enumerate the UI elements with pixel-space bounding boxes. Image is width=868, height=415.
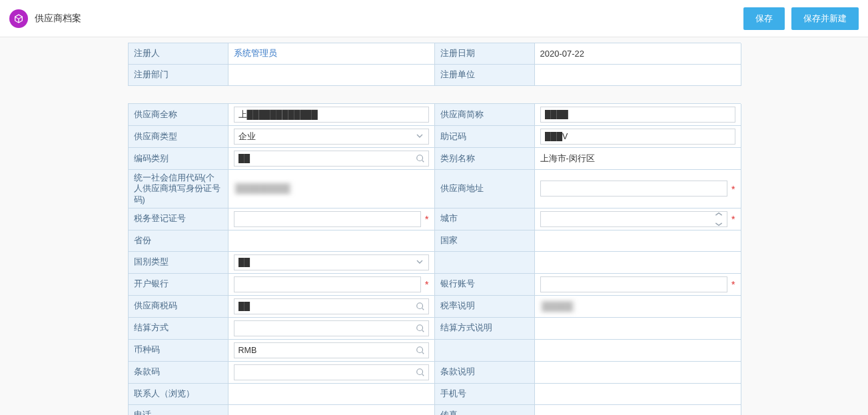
value-registrant: 系统管理员: [228, 43, 435, 65]
select-vendor-type[interactable]: 企业: [234, 129, 429, 145]
svg-point-4: [416, 369, 422, 375]
input-term-code[interactable]: [234, 364, 429, 380]
value-country: [535, 230, 741, 252]
label-registrant: 注册人: [129, 43, 228, 65]
label-full-name: 供应商全称: [129, 104, 228, 126]
info-row-registrant: 注册人 系统管理员 注册日期 2020-07-22: [129, 43, 740, 65]
value-settle-desc: [535, 318, 741, 340]
required-mark: *: [731, 278, 735, 290]
form-container: 注册人 系统管理员 注册日期 2020-07-22 注册部门 注册单位: [128, 43, 741, 86]
required-mark: *: [425, 278, 429, 290]
input-city[interactable]: [540, 211, 727, 227]
search-icon[interactable]: [414, 153, 426, 165]
input-short-name[interactable]: [540, 107, 735, 123]
input-bank-acct[interactable]: [540, 276, 727, 292]
text-category-name: 上海市-闵行区: [540, 153, 595, 165]
input-full-name[interactable]: [234, 107, 429, 123]
label-vendor-tax: 供应商税码: [129, 296, 228, 318]
label-register-unit: 注册单位: [435, 65, 535, 86]
svg-point-3: [416, 347, 422, 353]
save-and-new-button[interactable]: 保存并新建: [791, 7, 859, 30]
text-tax-desc: █████: [540, 300, 575, 312]
label-mobile: 手机号: [435, 384, 535, 405]
label-country-type: 国别类型: [129, 252, 228, 274]
value-register-unit: [535, 65, 741, 86]
expand-icon[interactable]: [713, 213, 725, 225]
label-blank: [435, 340, 535, 362]
input-address[interactable]: [540, 181, 727, 197]
label-tax-reg: 税务登记证号: [129, 208, 228, 230]
label-vendor-type: 供应商类型: [129, 126, 228, 148]
label-settle-method: 结算方式: [129, 318, 228, 340]
label-term-desc: 条款说明: [435, 362, 535, 384]
label-credit-code: 统一社会信用代码(个人供应商填写身份证号码): [129, 170, 228, 208]
required-mark: *: [731, 183, 735, 195]
page-title: 供应商档案: [35, 13, 81, 25]
search-icon[interactable]: [414, 366, 426, 378]
value-blank: [535, 340, 741, 362]
label-term-code: 条款码: [129, 362, 228, 384]
text-credit-code: █████████: [234, 183, 292, 195]
label-register-dept: 注册部门: [129, 65, 228, 86]
input-currency[interactable]: [234, 342, 429, 358]
value-register-date: 2020-07-22: [535, 43, 741, 65]
svg-point-2: [416, 325, 422, 331]
form-container-2: 供应商全称 供应商简称 供应商类型 企业: [128, 103, 741, 415]
label-blank: [435, 252, 535, 274]
label-fax: 传真: [435, 405, 535, 415]
input-bank[interactable]: [234, 276, 421, 292]
label-bank-acct: 银行账号: [435, 274, 535, 296]
info-row-register-dept: 注册部门 注册单位: [129, 65, 740, 86]
label-category-name: 类别名称: [435, 148, 535, 170]
label-bank: 开户银行: [129, 274, 228, 296]
svg-point-1: [416, 303, 422, 309]
input-settle-method[interactable]: [234, 320, 429, 336]
label-phone: 电话: [129, 405, 228, 415]
search-icon[interactable]: [414, 300, 426, 312]
save-button[interactable]: 保存: [743, 7, 785, 30]
input-vendor-tax[interactable]: [234, 298, 429, 314]
label-register-date: 注册日期: [435, 43, 535, 65]
app-logo-icon: [9, 9, 28, 28]
register-date-text: 2020-07-22: [540, 49, 585, 59]
registrant-link[interactable]: 系统管理员: [234, 48, 277, 59]
label-short-name: 供应商简称: [435, 104, 535, 126]
search-icon[interactable]: [414, 344, 426, 356]
value-blank: [535, 252, 741, 274]
select-country-type[interactable]: ██: [234, 254, 429, 270]
value-contact: [228, 384, 435, 405]
label-city: 城市: [435, 208, 535, 230]
input-code-category[interactable]: [234, 151, 429, 167]
label-country: 国家: [435, 230, 535, 252]
input-mnemonic[interactable]: [540, 129, 735, 145]
required-mark: *: [731, 213, 735, 224]
value-fax: [535, 405, 741, 415]
value-term-desc: [535, 362, 741, 384]
required-mark: *: [425, 213, 429, 224]
label-address: 供应商地址: [435, 170, 535, 208]
svg-point-0: [416, 155, 422, 161]
label-settle-desc: 结算方式说明: [435, 318, 535, 340]
label-province: 省份: [129, 230, 228, 252]
value-register-dept: [228, 65, 435, 86]
value-phone: [228, 405, 435, 415]
label-currency: 币种码: [129, 340, 228, 362]
label-code-category: 编码类别: [129, 148, 228, 170]
header-bar: 供应商档案 保存 保存并新建: [0, 0, 868, 37]
form-scroll-area[interactable]: 注册人 系统管理员 注册日期 2020-07-22 注册部门 注册单位 供应商全…: [0, 37, 868, 415]
input-tax-reg[interactable]: [234, 211, 421, 227]
value-mobile: [535, 384, 741, 405]
value-province: [228, 230, 435, 252]
label-tax-desc: 税率说明: [435, 296, 535, 318]
search-icon[interactable]: [414, 322, 426, 334]
label-contact: 联系人（浏览）: [129, 384, 228, 405]
label-mnemonic: 助记码: [435, 126, 535, 148]
